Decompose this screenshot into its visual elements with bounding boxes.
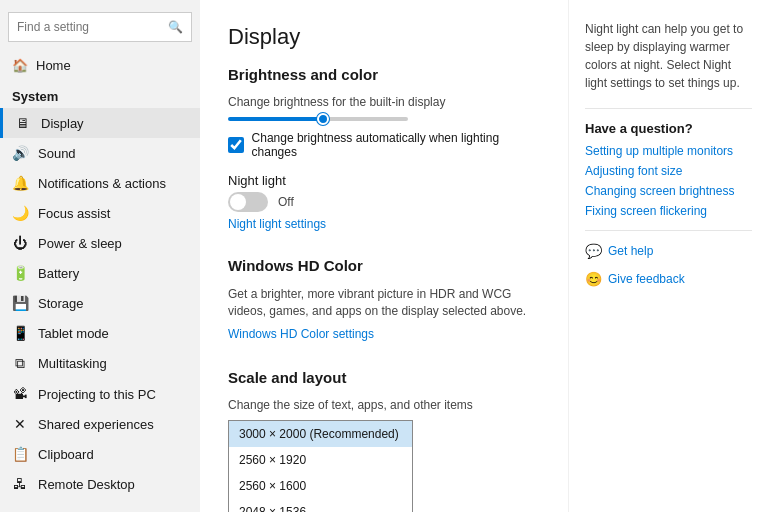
sidebar-item-power[interactable]: ⏻ Power & sleep (0, 228, 200, 258)
auto-brightness-row[interactable]: Change brightness automatically when lig… (228, 131, 540, 159)
shared-icon: ✕ (12, 416, 28, 432)
right-panel: Night light can help you get to sleep by… (568, 0, 768, 512)
brightness-slider-label: Change brightness for the built-in displ… (228, 95, 540, 109)
search-icon: 🔍 (168, 20, 183, 34)
sidebar-item-focus[interactable]: 🌙 Focus assist (0, 198, 200, 228)
remote-icon: 🖧 (12, 476, 28, 492)
sidebar-items-list: 🖥 Display 🔊 Sound 🔔 Notifications & acti… (0, 108, 200, 499)
night-light-toggle[interactable] (228, 192, 268, 212)
sidebar-item-remote[interactable]: 🖧 Remote Desktop (0, 469, 200, 499)
right-divider-2 (585, 230, 752, 231)
feedback-icon: 😊 (585, 271, 602, 287)
get-help-link[interactable]: Get help (608, 244, 653, 258)
clipboard-icon: 📋 (12, 446, 28, 462)
sidebar-item-battery[interactable]: 🔋 Battery (0, 258, 200, 288)
right-panel-link[interactable]: Adjusting font size (585, 164, 752, 178)
auto-brightness-label: Change brightness automatically when lig… (252, 131, 540, 159)
resolution-option[interactable]: 3000 × 2000 (Recommended) (229, 421, 412, 447)
sidebar-item-projecting[interactable]: 📽 Projecting to this PC (0, 379, 200, 409)
scale-title: Scale and layout (228, 369, 540, 386)
storage-icon: 💾 (12, 295, 28, 311)
get-help-row: 💬 Get help (585, 243, 752, 259)
search-input[interactable] (17, 20, 168, 34)
sidebar-home-label: Home (36, 58, 71, 73)
sidebar-item-notifications[interactable]: 🔔 Notifications & actions (0, 168, 200, 198)
right-links-container: Setting up multiple monitorsAdjusting fo… (585, 144, 752, 218)
night-light-section: Night light Off Night light settings (228, 173, 540, 243)
sidebar-item-label-storage: Storage (38, 296, 84, 311)
sidebar-item-clipboard[interactable]: 📋 Clipboard (0, 439, 200, 469)
sound-icon: 🔊 (12, 145, 28, 161)
night-light-label: Night light (228, 173, 540, 188)
get-help-icon: 💬 (585, 243, 602, 259)
sidebar-item-tablet[interactable]: 📱 Tablet mode (0, 318, 200, 348)
resolution-option[interactable]: 2560 × 1600 (229, 473, 412, 499)
resolution-option[interactable]: 2560 × 1920 (229, 447, 412, 473)
hd-color-desc: Get a brighter, more vibrant picture in … (228, 286, 540, 320)
night-light-toggle-row: Off (228, 192, 540, 212)
sidebar-item-label-focus: Focus assist (38, 206, 110, 221)
search-box[interactable]: 🔍 (8, 12, 192, 42)
multitasking-icon: ⧉ (12, 355, 28, 372)
sidebar: 🔍 🏠 Home System 🖥 Display 🔊 Sound 🔔 Noti… (0, 0, 200, 512)
right-divider-1 (585, 108, 752, 109)
sidebar-item-shared[interactable]: ✕ Shared experiences (0, 409, 200, 439)
sidebar-item-label-tablet: Tablet mode (38, 326, 109, 341)
page-title: Display (228, 24, 540, 50)
resolution-option[interactable]: 2048 × 1536 (229, 499, 412, 512)
scale-label: Change the size of text, apps, and other… (228, 398, 540, 412)
sidebar-item-label-projecting: Projecting to this PC (38, 387, 156, 402)
sidebar-item-sound[interactable]: 🔊 Sound (0, 138, 200, 168)
battery-icon: 🔋 (12, 265, 28, 281)
resolution-dropdown[interactable]: 3000 × 2000 (Recommended)2560 × 19202560… (228, 420, 413, 512)
sidebar-item-multitasking[interactable]: ⧉ Multitasking (0, 348, 200, 379)
hd-color-settings-link[interactable]: Windows HD Color settings (228, 327, 374, 341)
right-panel-link[interactable]: Changing screen brightness (585, 184, 752, 198)
sidebar-item-label-display: Display (41, 116, 84, 131)
feedback-link[interactable]: Give feedback (608, 272, 685, 286)
sidebar-item-label-multitasking: Multitasking (38, 356, 107, 371)
home-icon: 🏠 (12, 58, 28, 73)
sidebar-item-label-power: Power & sleep (38, 236, 122, 251)
right-panel-link[interactable]: Fixing screen flickering (585, 204, 752, 218)
sidebar-item-label-shared: Shared experiences (38, 417, 154, 432)
right-intro-text: Night light can help you get to sleep by… (585, 20, 752, 92)
sidebar-item-home[interactable]: 🏠 Home (0, 50, 200, 81)
brightness-slider-track[interactable] (228, 117, 408, 121)
night-light-settings-link[interactable]: Night light settings (228, 217, 326, 231)
main-content: Display Brightness and color Change brig… (200, 0, 568, 512)
projecting-icon: 📽 (12, 386, 28, 402)
sidebar-item-label-sound: Sound (38, 146, 76, 161)
sidebar-item-display[interactable]: 🖥 Display (0, 108, 200, 138)
sidebar-item-label-clipboard: Clipboard (38, 447, 94, 462)
brightness-slider-container[interactable] (228, 117, 540, 121)
notifications-icon: 🔔 (12, 175, 28, 191)
night-light-status: Off (278, 195, 294, 209)
sidebar-item-label-battery: Battery (38, 266, 79, 281)
power-icon: ⏻ (12, 235, 28, 251)
feedback-row: 😊 Give feedback (585, 271, 752, 287)
brightness-slider-thumb[interactable] (317, 113, 329, 125)
brightness-section-title: Brightness and color (228, 66, 540, 83)
tablet-icon: 📱 (12, 325, 28, 341)
hd-color-section: Windows HD Color Get a brighter, more vi… (228, 257, 540, 353)
focus-icon: 🌙 (12, 205, 28, 221)
sidebar-item-label-remote: Remote Desktop (38, 477, 135, 492)
sidebar-section-title: System (0, 81, 200, 108)
scale-section: Scale and layout Change the size of text… (228, 369, 540, 512)
sidebar-item-storage[interactable]: 💾 Storage (0, 288, 200, 318)
display-icon: 🖥 (15, 115, 31, 131)
hd-color-title: Windows HD Color (228, 257, 540, 274)
sidebar-item-label-notifications: Notifications & actions (38, 176, 166, 191)
right-question-title: Have a question? (585, 121, 752, 136)
right-panel-link[interactable]: Setting up multiple monitors (585, 144, 752, 158)
auto-brightness-checkbox[interactable] (228, 137, 244, 153)
